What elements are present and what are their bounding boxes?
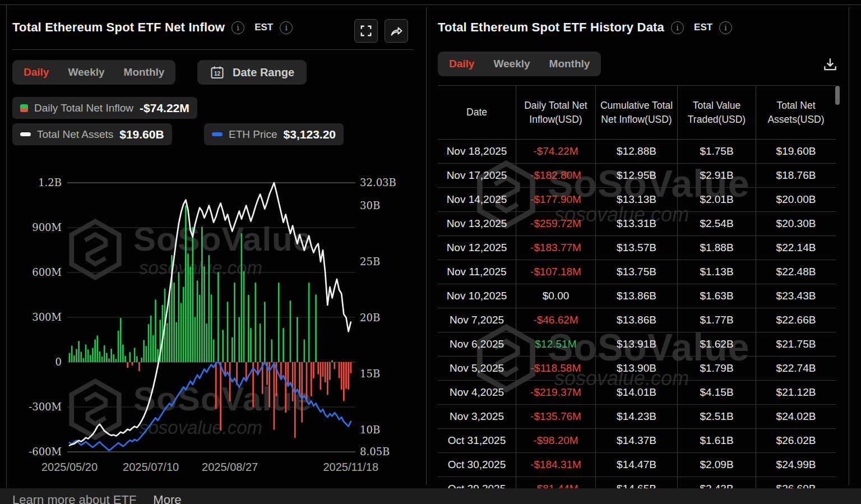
table-cell: $24.99B — [756, 453, 836, 477]
period-tabs: DailyWeeklyMonthly — [12, 60, 175, 85]
table-cell: $2.54B — [677, 212, 756, 235]
table-cell: Nov 3,2025 — [438, 405, 516, 428]
table-row: Nov 11,2025-$107.18M$13.75B$1.13B$22.48B — [438, 260, 836, 284]
svg-text:0: 0 — [55, 356, 62, 368]
page-title: Total Ethereum Spot ETF Net Inflow — [12, 20, 225, 35]
download-icon — [822, 56, 839, 73]
tab-daily[interactable]: Daily — [449, 58, 474, 70]
table-cell: $12.88B — [595, 140, 677, 163]
table-cell: $22.14B — [756, 236, 836, 260]
info-icon[interactable]: i — [719, 21, 732, 34]
inflow-swatch-icon — [20, 104, 28, 112]
est-label: EST — [254, 22, 273, 33]
table-cell: $19.60B — [756, 140, 836, 163]
table-row: Oct 31,2025-$98.20M$14.37B$1.61B$26.02B — [438, 429, 836, 453]
fullscreen-button[interactable] — [354, 19, 378, 43]
table-header-cell: Daily Total Net Inflow(USD) — [516, 86, 595, 139]
etf-inflow-chart[interactable]: 1.2B900M600M300M0-300M-600M32.03B30B25B2… — [7, 168, 426, 478]
svg-text:20B: 20B — [360, 312, 380, 323]
legend-eth-price[interactable]: ETH Price $3,123.20 — [204, 123, 344, 145]
tab-monthly[interactable]: Monthly — [124, 66, 165, 78]
table-cell: $22.48B — [756, 260, 836, 284]
table-cell: -$98.20M — [516, 429, 595, 452]
assets-line-swatch-icon — [20, 132, 31, 136]
table-cell: -$118.58M — [516, 357, 595, 380]
table-header: DateDaily Total Net Inflow(USD)Cumulativ… — [438, 86, 836, 140]
table-cell: Nov 12,2025 — [438, 236, 516, 260]
svg-text:2025/11/18: 2025/11/18 — [323, 461, 378, 473]
svg-text:1.2B: 1.2B — [38, 177, 62, 188]
date-range-button[interactable]: 12 Date Range — [197, 60, 307, 85]
table-cell: Nov 11,2025 — [438, 260, 516, 284]
more-link[interactable]: More — [153, 493, 181, 504]
tab-monthly[interactable]: Monthly — [549, 58, 590, 70]
eth-line-swatch-icon — [212, 132, 223, 136]
svg-text:900M: 900M — [32, 221, 62, 233]
tab-weekly[interactable]: Weekly — [68, 66, 104, 78]
legend-label: Total Net Assets — [37, 128, 113, 141]
table-scrollbar[interactable] — [835, 86, 840, 105]
table-row: Nov 4,2025-$219.37M$14.01B$4.15B$21.12B — [438, 381, 836, 405]
table-cell: $26.02B — [756, 429, 836, 452]
share-button[interactable] — [385, 19, 408, 43]
table-title: Total Ethereum Spot ETF History Data — [438, 20, 664, 35]
table-cell: $14.01B — [595, 381, 677, 404]
svg-text:32.03B: 32.03B — [360, 177, 396, 188]
svg-text:600M: 600M — [32, 266, 62, 278]
table-cell: $2.09B — [677, 453, 756, 477]
tab-weekly[interactable]: Weekly — [493, 58, 530, 70]
calendar-icon: 12 — [210, 65, 225, 80]
info-icon[interactable]: i — [280, 21, 293, 34]
table-cell: $14.47B — [595, 453, 677, 477]
table-header-cell: Total Value Traded(USD) — [677, 86, 756, 139]
table-row: Nov 12,2025-$183.77M$13.57B$1.88B$22.14B — [438, 236, 836, 260]
svg-text:2025/07/10: 2025/07/10 — [123, 461, 179, 473]
footer-bar: Learn more about ETF More — [0, 488, 861, 504]
right-border — [849, 7, 849, 485]
legend-label: Daily Total Net Inflow — [34, 102, 133, 114]
fullscreen-icon — [360, 25, 372, 37]
table-cell: Nov 13,2025 — [438, 212, 516, 235]
table-cell: Nov 5,2025 — [438, 357, 516, 380]
table-row: Oct 29,2025-$81.44M$14.65B$2.43B$26.60B — [438, 477, 836, 488]
table-cell: $0.00 — [516, 284, 595, 308]
table-cell: -$107.18M — [516, 260, 595, 284]
table-row: Nov 18,2025-$74.22M$12.88B$1.75B$19.60B — [438, 140, 836, 164]
table-cell: Nov 10,2025 — [438, 284, 516, 308]
legend-value: $3,123.20 — [284, 128, 336, 141]
info-icon[interactable]: i — [671, 21, 684, 34]
download-button[interactable] — [822, 56, 839, 73]
header-divider — [12, 49, 414, 50]
learn-more-text: Learn more about ETF — [12, 493, 136, 504]
table-cell: $2.51B — [677, 405, 756, 428]
table-row: Nov 10,2025$0.00$13.86B$1.63B$23.43B — [438, 284, 836, 308]
legend-label: ETH Price — [229, 128, 277, 141]
table-cell: -$219.37M — [516, 381, 595, 404]
svg-text:-600M: -600M — [29, 446, 62, 457]
table-cell: -$182.80M — [516, 164, 595, 187]
table-cell: $2.91B — [677, 164, 756, 187]
table-cell: $22.74B — [756, 357, 836, 380]
table-cell: $1.75B — [677, 140, 756, 163]
table-header-cell: Cumulative Total Net Inflow(USD) — [595, 86, 677, 139]
table-cell: -$81.44M — [516, 477, 595, 488]
table-cell: $1.63B — [677, 284, 756, 308]
share-icon — [390, 24, 403, 38]
table-cell: $1.61B — [677, 429, 756, 452]
table-cell: $4.15B — [677, 381, 756, 404]
table-cell: $21.12B — [756, 381, 836, 404]
table-cell: Nov 14,2025 — [438, 188, 516, 211]
legend-total-net-assets[interactable]: Total Net Assets $19.60B — [12, 123, 172, 145]
legend-daily-net-inflow[interactable]: Daily Total Net Inflow -$74.22M — [12, 97, 197, 119]
history-table: DateDaily Total Net Inflow(USD)Cumulativ… — [438, 85, 836, 488]
tab-daily[interactable]: Daily — [24, 66, 49, 78]
table-cell: $13.86B — [595, 308, 677, 332]
table-row: Nov 6,2025$12.51M$13.91B$1.62B$21.75B — [438, 332, 836, 357]
svg-text:2025/08/27: 2025/08/27 — [202, 461, 258, 473]
table-cell: $12.95B — [595, 164, 677, 187]
svg-text:12: 12 — [214, 71, 221, 77]
date-range-label: Date Range — [233, 66, 294, 79]
info-icon[interactable]: i — [232, 21, 244, 34]
legend-value: $19.60B — [119, 128, 164, 141]
table-cell: $14.23B — [595, 405, 677, 428]
